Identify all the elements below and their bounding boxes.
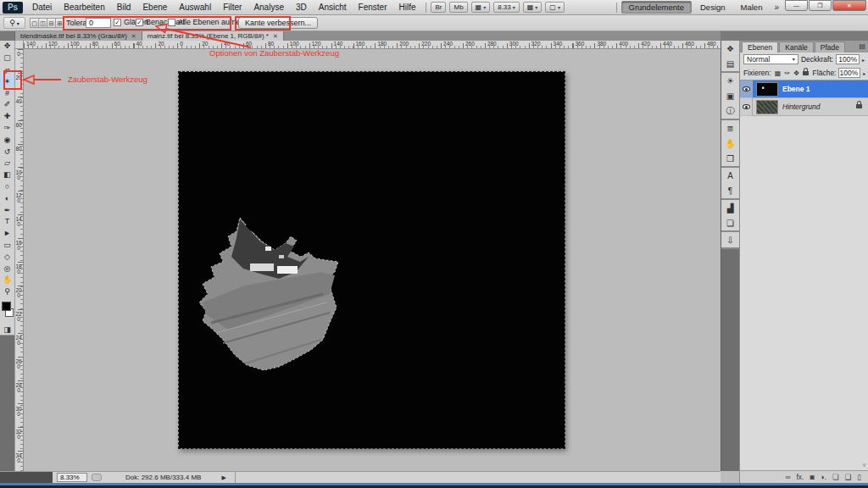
menu-bild[interactable]: Bild [111,0,137,14]
opacity-value[interactable]: 100% [836,54,860,64]
workspace-design[interactable]: Design [693,2,732,13]
minimize-button[interactable]: — [785,0,808,11]
clone-stamp-tool[interactable]: ◉ [0,134,14,146]
brush-tool[interactable]: ✑ [0,123,14,135]
screen-mode-button[interactable]: ▢▾ [545,2,565,13]
workspace-overflow-icon[interactable]: » [774,3,779,12]
3d-orbit-tool[interactable]: ◎ [0,263,14,274]
arrange-documents-button[interactable]: ▦▾ [523,2,542,13]
vertical-ruler[interactable]: 0204060801001201401601802002202402602803… [15,49,24,471]
scrollbar-down-icon[interactable]: ∨ [862,462,866,469]
healing-brush-tool[interactable]: ✚ [0,111,14,123]
workspace-malen[interactable]: Malen [734,2,770,13]
dodge-tool[interactable]: ◐ [0,192,14,204]
menu-analyse[interactable]: Analyse [248,0,290,14]
masks-panel-icon[interactable]: ▣ [721,88,739,103]
panel-tab-kanäle[interactable]: Kanäle [779,42,813,53]
crop-tool[interactable]: # [0,87,14,99]
blur-tool[interactable]: ○ [0,181,14,193]
checkbox-box-icon[interactable] [168,19,175,26]
chevron-right-icon[interactable]: ▸ [862,57,865,63]
close-icon[interactable]: ✕ [273,33,278,40]
layer-row-hintergrund[interactable]: Hintergrund [740,98,868,116]
menu-ansicht[interactable]: Ansicht [313,0,353,14]
swatches-panel-icon[interactable]: ▤ [721,56,739,71]
layer-row-ebene-1[interactable]: Ebene 1 [740,80,868,98]
zoom-tool[interactable]: ⚲ [0,286,14,298]
status-menu-arrow-icon[interactable]: ▶ [221,474,225,481]
checkbox-box-icon[interactable]: ✓ [114,19,121,26]
menu-datei[interactable]: Datei [26,0,58,14]
visibility-toggle[interactable] [740,98,753,116]
layer-style-icon[interactable]: fx. [796,474,804,481]
panel-menu-icon[interactable]: ▤ [859,42,865,50]
close-icon[interactable]: ✕ [131,33,136,40]
history-brush-tool[interactable]: ↺ [0,146,14,158]
zoom-percentage-field[interactable]: 8.33% [57,473,87,482]
delete-layer-icon[interactable]: ▯ [857,474,861,481]
menu-fenster[interactable]: Fenster [353,0,393,14]
info-panel-icon[interactable]: ⓘ [721,103,739,119]
new-adjustment-layer-icon[interactable]: ◑. [821,474,827,481]
tool-preset-picker[interactable]: ⚲ ▾ [3,17,25,29]
dock-collapse-icon[interactable]: ⇩ [721,232,739,247]
document-tab-blendmaske-tif[interactable]: blendmaske.tif bei 8.33% (Grau/8#)✕ [15,31,142,41]
blend-mode-select[interactable]: Normal ▾ [743,54,798,64]
eyedropper-tool[interactable]: ✐ [0,99,14,111]
quick-mask-button[interactable]: ◨ [0,324,14,336]
close-button[interactable]: ✕ [832,0,866,11]
foreground-color-swatch[interactable] [2,302,11,311]
intersect-selection-icon[interactable]: ⊞ [55,18,64,28]
lock-all-icon[interactable] [802,69,810,77]
menu-hilfe[interactable]: Hilfe [392,0,421,14]
3d-rotate-tool[interactable]: ◇ [0,251,14,263]
eraser-tool[interactable]: ▱ [0,158,14,169]
status-options-icon[interactable] [92,474,102,481]
mini-bridge-button[interactable]: Mb [449,2,467,13]
view-extras-button[interactable]: ▦▾ [471,2,491,13]
document-canvas[interactable] [178,71,565,449]
new-group-icon[interactable]: ❏ [832,474,839,481]
layer-thumbnail[interactable] [756,82,778,97]
lasso-tool[interactable]: ℘ [0,64,14,76]
document-tab-mainz-tif[interactable]: mainz.tif bei 8.33% (Ebene 1, RGB/8#) *✕ [142,31,284,41]
new-layer-icon[interactable]: ❑ [845,474,852,481]
type-tool[interactable]: T [0,216,14,228]
histogram-panel-icon[interactable]: ▟ [721,200,739,215]
clone-source-panel-icon[interactable]: ❐ [721,151,739,166]
move-tool[interactable]: ✥ [0,41,14,53]
add-layer-mask-icon[interactable]: ◙ [810,474,814,481]
mixer-panel-icon[interactable]: ≣ [721,120,739,136]
paragraph-panel-icon[interactable]: ¶ [721,183,739,198]
magic-wand-tool[interactable]: ✶ [0,75,14,87]
path-selection-tool[interactable]: ► [0,228,14,240]
gradient-tool[interactable]: ◧ [0,169,14,181]
lock-paint-icon[interactable]: ✑ [783,69,792,77]
menu-filter[interactable]: Filter [217,0,248,14]
tolerance-input[interactable]: 0 [86,18,111,28]
navigator-panel-icon[interactable]: ✋ [721,136,739,151]
bridge-button[interactable]: Br [431,2,446,13]
shape-tool[interactable]: ▭ [0,240,14,252]
restore-button[interactable]: ❐ [809,0,832,11]
menu-bearbeiten[interactable]: Bearbeiten [58,0,110,14]
adjustments-panel-icon[interactable]: ☀ [721,73,739,88]
menu-3d[interactable]: 3D [290,0,313,14]
menu-ebene[interactable]: Ebene [136,0,173,14]
hand-tool[interactable]: ✋ [0,274,14,286]
ruler-origin-box[interactable] [15,41,24,49]
layer-comps-panel-icon[interactable]: ❏ [721,215,739,230]
chevron-right-icon[interactable]: ▸ [863,70,865,76]
color-panel-icon[interactable]: ❖ [721,41,739,56]
refine-edge-button[interactable]: Kante verbessern... [238,17,318,29]
character-panel-icon[interactable]: A [721,168,739,183]
link-layers-icon[interactable]: ∞ [785,474,790,481]
panel-tab-ebenen[interactable]: Ebenen [742,42,778,53]
lock-transparency-icon[interactable]: ▦ [774,69,782,77]
layer-thumbnail[interactable] [756,100,778,114]
checkbox-box-icon[interactable]: ✓ [136,19,143,26]
horizontal-ruler[interactable]: 1401201008060402002040608010012014016018… [24,41,721,49]
menu-auswahl[interactable]: Auswahl [173,0,217,14]
zoom-level-button[interactable]: 8.33▾ [493,2,520,13]
marquee-tool[interactable]: ▢ [0,53,14,64]
